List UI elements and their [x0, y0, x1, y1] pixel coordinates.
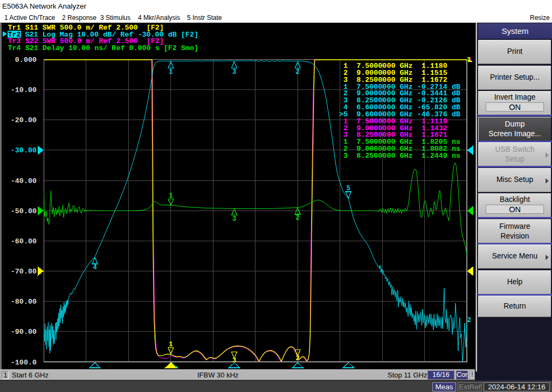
svg-text:1: 1: [169, 192, 172, 200]
svg-text:3: 3: [232, 215, 236, 223]
svg-text:2: 2: [467, 317, 471, 324]
svg-text:-10.00: -10.00: [11, 86, 37, 94]
svg-text:Tr4 S21 Delay 10.00 ns/ Ref 0.: Tr4 S21 Delay 10.00 ns/ Ref 0.000 s [F2 …: [8, 44, 199, 52]
svg-text:-70.00: -70.00: [11, 268, 37, 276]
svg-text:0.000: 0.000: [15, 56, 37, 64]
svg-text:-20.00: -20.00: [11, 116, 37, 124]
svg-text:-50.00: -50.00: [11, 207, 37, 215]
svg-text:-80.00: -80.00: [11, 298, 37, 306]
svg-text:-40.00: -40.00: [11, 177, 37, 185]
svg-text:-60.00: -60.00: [11, 237, 37, 246]
svg-text:3 8.2500000 GHz 1.2449 ns: 3 8.2500000 GHz 1.2449 ns: [339, 152, 460, 160]
svg-text:2: 2: [296, 68, 300, 76]
svg-text:1: 1: [169, 341, 172, 348]
svg-text:3: 3: [232, 357, 236, 365]
svg-text:-100.0: -100.0: [11, 359, 37, 367]
svg-text:1: 1: [169, 68, 172, 76]
svg-text:-90.00: -90.00: [11, 328, 37, 336]
svg-text:2: 2: [296, 355, 300, 362]
svg-text:-30.00: -30.00: [11, 146, 37, 155]
svg-text:4: 4: [93, 264, 96, 271]
svg-text:5: 5: [347, 185, 350, 192]
svg-text:3: 3: [232, 68, 236, 76]
svg-text:2: 2: [296, 214, 300, 222]
